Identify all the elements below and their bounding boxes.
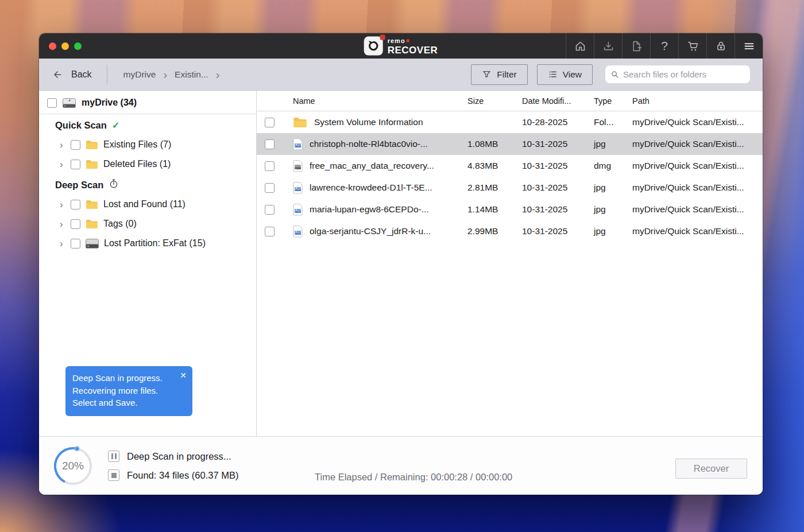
toolbar-divider: [107, 65, 107, 84]
sidebar-section-deep-scan: Deep Scan: [39, 175, 256, 195]
activate-button[interactable]: [706, 33, 735, 59]
file-size: 1.08MB: [459, 139, 514, 149]
expand-chevron-icon[interactable]: ›: [60, 140, 65, 150]
table-row[interactable]: lawrence-krowdeed-D1l-T-5E... 2.81MB 10-…: [257, 177, 763, 199]
column-header-path[interactable]: Path: [623, 96, 763, 106]
file-size: 2.99MB: [459, 226, 514, 236]
checkbox[interactable]: [71, 239, 80, 248]
file-table: Name Size Date Modifi... Type Path Syste…: [257, 91, 763, 436]
menu-button[interactable]: [735, 33, 763, 59]
deep-scan-tooltip: Deep Scan in progress. Recovering more f…: [65, 366, 192, 416]
sidebar-item-mydrive[interactable]: myDrive (34): [39, 94, 256, 112]
close-window-button[interactable]: [49, 42, 56, 50]
checkbox[interactable]: [71, 219, 80, 229]
progress-ring: 20%: [53, 446, 93, 486]
sidebar-item-deleted-files[interactable]: › Deleted Files (1): [39, 154, 256, 174]
column-header-name[interactable]: Name: [283, 96, 459, 106]
file-name: free_mac_any_data_recovery...: [310, 161, 434, 171]
checkbox[interactable]: [47, 98, 57, 108]
file-name: maria-lupan-egw8-6CEPDo-...: [310, 204, 429, 215]
table-row[interactable]: System Volume Information 10-28-2025 Fol…: [257, 111, 763, 133]
pause-button[interactable]: [108, 451, 119, 462]
sidebar: myDrive (34) Quick Scan ✓ › Existing Fil…: [39, 91, 257, 436]
help-button[interactable]: ?: [650, 33, 678, 59]
file-path: myDrive/Quick Scan/Existi...: [623, 226, 763, 236]
column-header-type[interactable]: Type: [586, 96, 623, 106]
file-size: 4.83MB: [459, 161, 514, 171]
table-row[interactable]: free_mac_any_data_recovery... 4.83MB 10-…: [257, 155, 763, 177]
checkbox[interactable]: [265, 227, 275, 236]
stop-button[interactable]: [108, 469, 119, 481]
brand-remo: remo: [388, 37, 405, 44]
sidebar-item-lost-and-found[interactable]: › Lost and Found (11): [39, 195, 256, 214]
expand-chevron-icon[interactable]: ›: [60, 200, 65, 209]
home-button[interactable]: [566, 33, 594, 59]
checkbox[interactable]: [265, 139, 275, 149]
help-icon: ?: [661, 39, 668, 53]
minimize-window-button[interactable]: [61, 42, 69, 50]
logo-text: remo RECOVER: [388, 37, 438, 55]
recover-button[interactable]: Recover: [675, 459, 747, 479]
sidebar-item-existing-files[interactable]: › Existing Files (7): [39, 135, 256, 154]
table-row[interactable]: maria-lupan-egw8-6CEPDo-... 1.14MB 10-31…: [257, 199, 763, 220]
filter-label: Filter: [497, 69, 516, 80]
jpg-file-icon: [293, 138, 303, 150]
pause-icon: [111, 453, 117, 459]
sidebar-item-label: Lost and Found (11): [103, 199, 185, 209]
checkbox[interactable]: [71, 140, 80, 150]
column-header-size[interactable]: Size: [459, 96, 514, 106]
scan-status: Deep Scan in progress... Found: 34 files…: [108, 451, 238, 481]
checkbox[interactable]: [265, 118, 275, 127]
file-date: 10-31-2025: [514, 161, 586, 171]
checkbox[interactable]: [265, 183, 275, 193]
sidebar-item-tags[interactable]: › Tags (0): [39, 214, 256, 234]
file-date: 10-28-2025: [514, 117, 586, 127]
folder-icon: [86, 200, 98, 209]
app-logo: remo RECOVER: [364, 37, 438, 56]
table-row[interactable]: olga-serjantu-CSJY_jdrR-k-u... 2.99MB 10…: [257, 220, 763, 242]
file-type: jpg: [586, 139, 623, 149]
time-elapsed-text: Time Elapsed / Remaining: 00:00:28 / 00:…: [315, 472, 512, 483]
remo-logo-icon: [364, 37, 383, 56]
file-name: christoph-nolte-Rl4btac0vio-...: [310, 139, 428, 149]
table-row-selected[interactable]: christoph-nolte-Rl4btac0vio-... 1.08MB 1…: [257, 133, 763, 155]
folder-icon: [86, 219, 98, 229]
checkbox[interactable]: [71, 200, 80, 209]
expand-chevron-icon[interactable]: ›: [60, 219, 65, 229]
sidebar-item-lost-partition[interactable]: › Lost Partition: ExFat (15): [39, 234, 256, 253]
stop-icon: [111, 473, 117, 478]
tooltip-close-icon[interactable]: ✕: [180, 371, 187, 379]
filter-button[interactable]: Filter: [471, 64, 527, 85]
traffic-lights: [39, 42, 82, 50]
open-session-button[interactable]: [622, 33, 650, 59]
jpg-file-icon: [293, 226, 303, 238]
checkbox[interactable]: [265, 205, 275, 215]
file-type: jpg: [586, 182, 623, 193]
chevron-right-icon: ›: [163, 69, 167, 80]
save-session-button[interactable]: [594, 33, 622, 59]
scan-status-text: Deep Scan in progress...: [127, 451, 231, 462]
home-icon: [574, 40, 586, 52]
expand-chevron-icon[interactable]: ›: [60, 160, 65, 169]
expand-chevron-icon[interactable]: ›: [60, 239, 65, 248]
sidebar-item-label: Lost Partition: ExFat (15): [104, 238, 206, 248]
column-header-date[interactable]: Date Modifi...: [514, 96, 586, 106]
breadcrumb-existing[interactable]: Existin...: [175, 69, 208, 80]
store-button[interactable]: [678, 33, 706, 59]
search-input[interactable]: [623, 69, 745, 79]
checkbox[interactable]: [265, 161, 275, 171]
statusbar: 20% Deep Scan in progress... Found: 34 f…: [39, 436, 763, 495]
check-icon: ✓: [112, 120, 119, 131]
search-field[interactable]: [605, 65, 750, 83]
back-button[interactable]: Back: [52, 69, 92, 80]
file-size: 1.14MB: [459, 204, 514, 215]
zoom-window-button[interactable]: [74, 42, 82, 50]
file-path: myDrive/Quick Scan/Existi...: [623, 139, 763, 149]
brand-recover: RECOVER: [388, 45, 438, 55]
checkbox[interactable]: [71, 160, 80, 169]
drive-icon: [63, 98, 76, 108]
search-icon: [610, 70, 619, 79]
app-window: remo RECOVER ?: [39, 33, 763, 495]
view-button[interactable]: View: [537, 64, 593, 85]
breadcrumb-mydrive[interactable]: myDrive: [123, 69, 156, 80]
